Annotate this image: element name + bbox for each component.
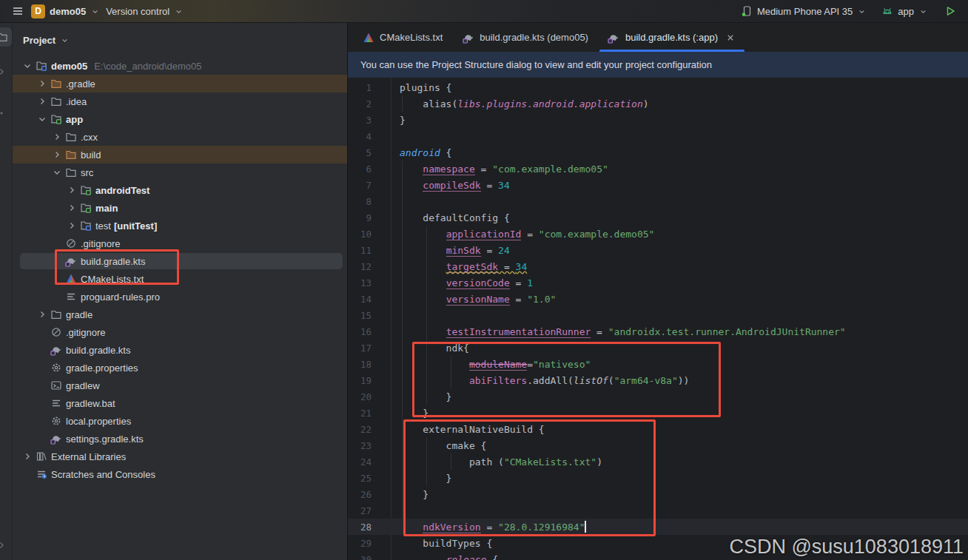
tool-window-button[interactable] (0, 538, 9, 553)
project-view-header[interactable]: Project (13, 23, 347, 57)
tree-item-build-gradle-kts[interactable]: build.gradle.kts (13, 341, 347, 359)
tree-item-gradlew-bat[interactable]: gradlew.bat (13, 394, 347, 412)
tree-item-build[interactable]: build (13, 146, 347, 163)
tab-build-gradle-kts-app[interactable]: build.gradle.kts (:app) (598, 23, 746, 52)
line-number[interactable]: 4 (348, 131, 372, 142)
line-number[interactable]: 26 (348, 489, 372, 500)
tree-item-demo05[interactable]: demo05E:\code_android\demo05 (13, 57, 347, 75)
chevron-right-icon[interactable] (36, 308, 48, 320)
line-number[interactable]: 11 (348, 245, 372, 256)
tree-item-idea[interactable]: .idea (13, 92, 347, 110)
line-number[interactable]: 23 (348, 440, 372, 451)
chevron-down-icon[interactable] (21, 60, 33, 72)
chevron-down-icon[interactable] (51, 166, 63, 178)
code-line-2[interactable]: 2 alias(libs.plugins.android.application… (348, 95, 968, 112)
tree-item-cxx[interactable]: .cxx (13, 128, 347, 146)
code-line-16[interactable]: 16 testInstrumentationRunner = "androidx… (348, 323, 968, 340)
line-number[interactable]: 14 (348, 294, 372, 305)
tree-item-gradle[interactable]: .gradle (13, 75, 347, 92)
tree-item-app[interactable]: app (13, 110, 347, 128)
line-number[interactable]: 1 (348, 82, 372, 93)
chevron-down-icon[interactable] (36, 113, 48, 125)
code-line-20[interactable]: 20 } (348, 388, 968, 405)
code-line-23[interactable]: 23 cmake { (348, 437, 968, 453)
code-line-25[interactable]: 25 } (348, 470, 968, 486)
tool-window-button[interactable] (0, 106, 9, 121)
code-line-12[interactable]: 12 targetSdk = 34 (348, 258, 968, 274)
line-number[interactable]: 6 (348, 163, 372, 175)
code-line-15[interactable]: 15 (348, 307, 968, 323)
tool-window-button[interactable] (0, 64, 9, 79)
code-editor[interactable]: 1plugins {2 alias(libs.plugins.android.a… (348, 78, 968, 560)
run-config-selector[interactable]: app (881, 5, 928, 17)
tree-item-gradle[interactable]: gradle (13, 306, 347, 323)
tree-item-build-gradle-kts[interactable]: build.gradle.kts (13, 252, 347, 270)
device-selector[interactable]: Medium Phone API 35 (741, 5, 867, 17)
code-line-3[interactable]: 3} (348, 112, 968, 128)
line-number[interactable]: 3 (348, 115, 372, 126)
tree-item-main[interactable]: main (13, 199, 347, 217)
chevron-right-icon[interactable] (66, 220, 78, 232)
line-number[interactable]: 22 (348, 424, 372, 435)
line-number[interactable]: 9 (348, 212, 372, 223)
line-number[interactable]: 18 (348, 359, 372, 370)
line-number[interactable]: 27 (348, 505, 372, 516)
project-tool-window-button[interactable] (0, 27, 12, 47)
code-line-19[interactable]: 19 abiFilters.addAll(listOf("arm64-v8a")… (348, 372, 968, 388)
line-number[interactable]: 17 (348, 343, 372, 354)
line-number[interactable]: 20 (348, 391, 372, 402)
code-line-8[interactable]: 8 (348, 193, 968, 209)
tab-cmakelists-txt[interactable]: CMakeLists.txt (352, 23, 452, 52)
chevron-right-icon[interactable] (51, 131, 63, 143)
code-line-22[interactable]: 22 externalNativeBuild { (348, 421, 968, 437)
chevron-right-icon[interactable] (66, 202, 78, 214)
chevron-right-icon[interactable] (21, 451, 33, 462)
code-line-21[interactable]: 21 } (348, 405, 968, 421)
line-number[interactable]: 25 (348, 473, 372, 484)
code-line-6[interactable]: 6 namespace = "com.example.demo05" (348, 161, 968, 177)
line-number[interactable]: 12 (348, 261, 372, 272)
code-line-5[interactable]: 5android { (348, 144, 968, 161)
line-number[interactable]: 16 (348, 326, 372, 337)
main-menu-button[interactable] (10, 4, 25, 18)
code-line-26[interactable]: 26 } (348, 486, 968, 502)
tree-item-proguard-rules-pro[interactable]: proguard-rules.pro (13, 288, 347, 306)
run-button[interactable] (943, 4, 958, 18)
code-line-14[interactable]: 14 versionName = "1.0" (348, 291, 968, 307)
line-number[interactable]: 2 (348, 98, 372, 109)
line-number[interactable]: 24 (348, 456, 372, 468)
tree-item-androidtest[interactable]: androidTest (13, 181, 347, 199)
version-control-menu[interactable]: Version control (106, 6, 184, 17)
code-line-13[interactable]: 13 versionCode = 1 (348, 274, 968, 291)
chevron-right-icon[interactable] (51, 149, 63, 161)
tree-item-settings-gradle-kts[interactable]: settings.gradle.kts (13, 430, 347, 448)
line-number[interactable]: 10 (348, 229, 372, 240)
tree-item-scratches-and-consoles[interactable]: Scratches and Consoles (13, 465, 347, 483)
code-line-7[interactable]: 7 compileSdk = 34 (348, 177, 968, 193)
line-number[interactable]: 28 (348, 522, 372, 533)
tree-item-gradlew[interactable]: gradlew (13, 377, 347, 394)
code-line-11[interactable]: 11 minSdk = 24 (348, 242, 968, 258)
line-number[interactable]: 8 (348, 196, 372, 207)
line-number[interactable]: 30 (348, 554, 372, 560)
line-number[interactable]: 15 (348, 310, 372, 321)
tree-item-external-libraries[interactable]: External Libraries (13, 448, 347, 465)
chevron-right-icon[interactable] (36, 78, 48, 90)
code-line-10[interactable]: 10 applicationId = "com.example.demo05" (348, 226, 968, 242)
tree-item-src[interactable]: src (13, 163, 347, 181)
code-line-4[interactable]: 4 (348, 128, 968, 144)
tree-item-test[interactable]: test[unitTest] (13, 217, 347, 235)
code-line-1[interactable]: 1plugins { (348, 79, 968, 95)
close-tab-icon[interactable] (725, 32, 736, 44)
code-line-9[interactable]: 9 defaultConfig { (348, 209, 968, 226)
project-switcher[interactable]: D demo05 (31, 4, 100, 18)
tree-item-gitignore[interactable]: .gitignore (13, 235, 347, 252)
chevron-right-icon[interactable] (36, 95, 48, 107)
line-number[interactable]: 29 (348, 538, 372, 549)
line-number[interactable]: 7 (348, 180, 372, 191)
tree-item-gitignore[interactable]: .gitignore (13, 323, 347, 341)
code-line-24[interactable]: 24 path ("CMakeLists.txt") (348, 453, 968, 470)
tab-build-gradle-kts-demo05[interactable]: build.gradle.kts (demo05) (452, 23, 598, 52)
code-line-28[interactable]: 28 ndkVersion = "28.0.12916984" (348, 519, 968, 535)
tree-item-gradle-properties[interactable]: gradle.properties (13, 359, 347, 377)
